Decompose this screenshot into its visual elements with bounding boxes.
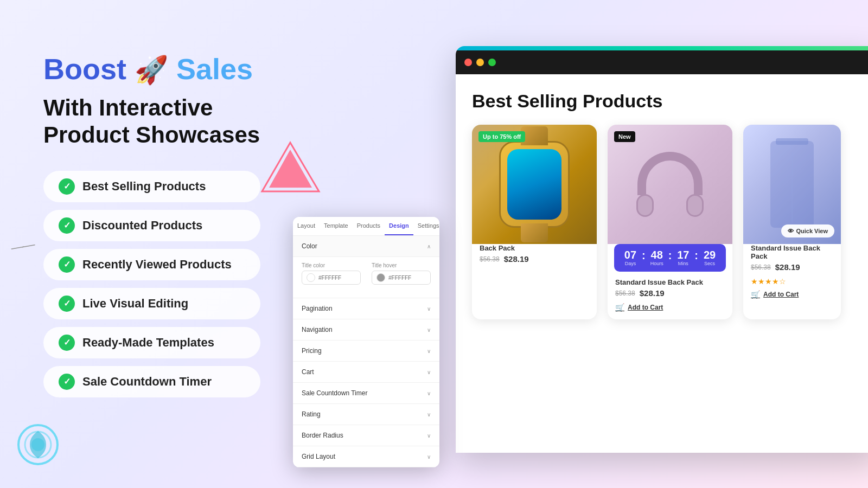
feature-discounted: ✓ Discounted Products <box>43 210 260 241</box>
browser-content: Best Selling Products Up to 75% off Back <box>456 74 868 453</box>
countdown-secs-val: 29 <box>699 249 720 260</box>
decorative-triangle <box>259 140 322 196</box>
blue-product-image: 👁 Quick View <box>743 125 841 244</box>
section-border-label: Border Radius <box>302 432 343 439</box>
product-card-3: 👁 Quick View Standard Issue Back Pack $5… <box>743 125 841 319</box>
tab-settings[interactable]: Settings <box>413 217 439 235</box>
color-row: Title color #FFFFFF Title hover #FFFFFF <box>302 262 431 285</box>
countdown-mins-label: Mins <box>673 261 693 266</box>
countdown-sep-3: : <box>694 249 698 266</box>
watch-band-bottom <box>521 223 548 242</box>
feature-label-2: Discounted Products <box>82 219 202 233</box>
original-price-1: $56.38 <box>480 255 500 263</box>
tab-layout[interactable]: Layout <box>293 217 320 235</box>
price-row-1: $56.38 $28.19 <box>480 254 589 264</box>
title-hover-input[interactable]: #FFFFFF <box>372 271 431 285</box>
countdown-hours-label: Hours <box>647 261 667 266</box>
check-icon-3: ✓ <box>59 256 75 273</box>
headphones-visual <box>632 146 708 222</box>
tab-template[interactable]: Template <box>320 217 353 235</box>
tab-design[interactable]: Design <box>385 217 413 235</box>
title-color-swatch <box>307 273 315 282</box>
decorative-dashes: — — <box>10 237 34 255</box>
panel-section-cart[interactable]: Cart ∨ <box>293 362 439 383</box>
cart-icon-3: 🛒 <box>751 290 760 299</box>
feature-ready-made: ✓ Ready-Made Templates <box>43 327 260 358</box>
panel-section-countdown[interactable]: Sale Countdown Timer ∨ <box>293 383 439 404</box>
quick-view-btn[interactable]: 👁 Quick View <box>781 224 835 237</box>
countdown-mins: 17 Mins <box>673 249 693 266</box>
svg-rect-6 <box>776 138 808 145</box>
chevron-cart: ∨ <box>427 369 431 375</box>
quick-view-label: Quick View <box>796 228 828 234</box>
feature-label-4: Live Visual Editing <box>82 297 188 311</box>
panel-section-color[interactable]: Color ∧ <box>293 236 439 257</box>
chevron-border: ∨ <box>427 433 431 439</box>
title-color-field: Title color #FFFFFF <box>302 262 361 285</box>
logo: Boost 🚀 Sales <box>43 54 326 84</box>
panel-section-grid[interactable]: Grid Layout ∨ <box>293 446 439 467</box>
product-name-2: Standard Issue Back Pack <box>615 278 725 286</box>
check-icon-2: ✓ <box>59 217 75 234</box>
product-card-2: New 07 Days : 48 Hours : 17 Mins <box>608 125 732 319</box>
title-hover-label: Title hover <box>372 262 431 268</box>
dot-red <box>464 59 472 66</box>
product-image-2: New <box>608 125 732 244</box>
product-card-1: Up to 75% off Back Pack $56.38 $28.19 <box>472 125 597 319</box>
browser-titlebar <box>456 50 868 74</box>
sale-price-3: $28.19 <box>775 262 800 272</box>
features-list: ✓ Best Selling Products ✓ Discounted Pro… <box>43 171 326 397</box>
headphone-cup-left <box>636 194 654 217</box>
check-icon-1: ✓ <box>59 178 75 195</box>
panel-section-navigation[interactable]: Navigation ∨ <box>293 319 439 341</box>
add-to-cart-btn-3[interactable]: 🛒 Add to Cart <box>751 290 799 299</box>
cart-icon-2: 🛒 <box>615 303 624 312</box>
chevron-navigation: ∨ <box>427 327 431 333</box>
sale-price-2: $28.19 <box>640 288 665 298</box>
feature-label-5: Ready-Made Templates <box>82 336 214 350</box>
product-image-1: Up to 75% off <box>472 125 597 244</box>
countdown-days-val: 07 <box>620 249 641 260</box>
feature-label-1: Best Selling Products <box>82 179 206 194</box>
feature-recently-viewed: ✓ Recently Viewed Products <box>43 249 260 280</box>
product-info-1: Back Pack $56.38 $28.19 <box>472 244 597 277</box>
title-hover-swatch <box>376 273 385 282</box>
product-name-1: Back Pack <box>480 244 589 252</box>
left-panel: Boost 🚀 Sales With InteractiveProduct Sh… <box>43 54 326 397</box>
color-expanded-content: Title color #FFFFFF Title hover #FFFFFF <box>293 257 439 298</box>
title-hover-value: #FFFFFF <box>388 275 411 281</box>
add-to-cart-btn-2[interactable]: 🛒 Add to Cart <box>615 303 663 312</box>
watch-image <box>472 125 597 244</box>
logo-sales: Sales <box>176 53 253 85</box>
price-row-3: $56.38 $28.19 <box>751 262 833 272</box>
title-color-value: #FFFFFF <box>318 275 341 281</box>
logo-boost: Boost <box>43 53 126 85</box>
title-color-input[interactable]: #FFFFFF <box>302 271 361 285</box>
countdown-bar: 07 Days : 48 Hours : 17 Mins : 2 <box>614 244 726 272</box>
stars-3: ★★★★☆ <box>751 277 833 286</box>
check-icon-4: ✓ <box>59 296 75 312</box>
badge-new: New <box>614 131 635 142</box>
countdown-secs: 29 Secs <box>699 249 720 266</box>
panel-section-pagination[interactable]: Pagination ∨ <box>293 298 439 319</box>
dot-green <box>488 59 496 66</box>
section-navigation-label: Navigation <box>302 326 333 333</box>
panel-section-border[interactable]: Border Radius ∨ <box>293 425 439 446</box>
panel-section-pricing[interactable]: Pricing ∨ <box>293 341 439 362</box>
product-info-3: Standard Issue Back Pack $56.38 $28.19 ★… <box>743 244 841 306</box>
countdown-sep-2: : <box>668 249 672 266</box>
section-grid-label: Grid Layout <box>302 453 335 460</box>
brand-circle-logo <box>16 423 60 466</box>
panel-section-rating[interactable]: Rating ∨ <box>293 404 439 425</box>
headphone-cup-right <box>686 194 704 217</box>
product-info-2: Standard Issue Back Pack $56.38 $28.19 🛒… <box>608 278 732 319</box>
eye-icon: 👁 <box>788 228 794 234</box>
panel-tabs: Layout Template Products Design Settings <box>293 217 439 236</box>
product-name-3: Standard Issue Back Pack <box>751 244 833 260</box>
feature-label-3: Recently Viewed Products <box>82 258 232 272</box>
tab-products[interactable]: Products <box>353 217 385 235</box>
chevron-countdown: ∨ <box>427 390 431 396</box>
headphone-arc <box>637 152 703 195</box>
watch-screen <box>507 149 561 220</box>
section-cart-label: Cart <box>302 368 314 376</box>
